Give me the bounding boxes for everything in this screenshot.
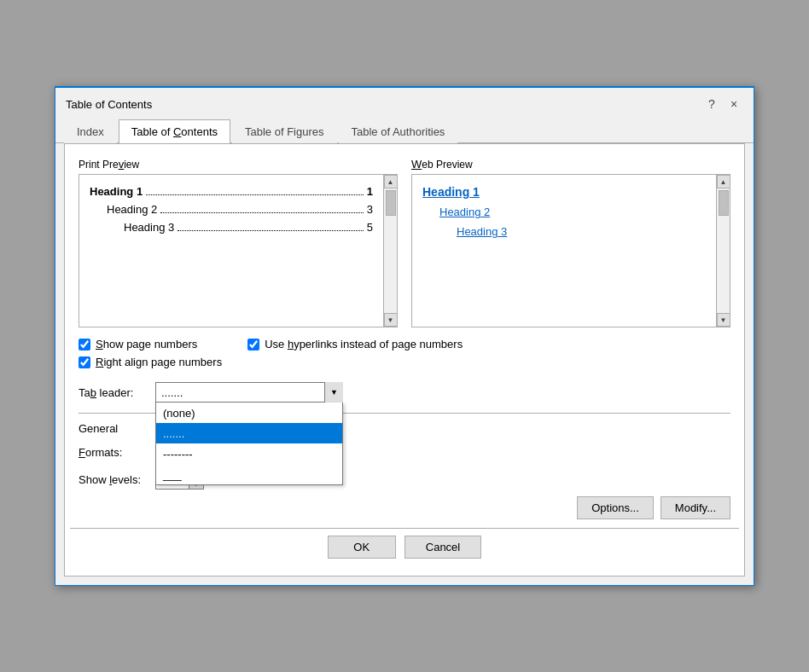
print-heading2: Heading 2 3 bbox=[90, 203, 373, 216]
options-button[interactable]: Options... bbox=[577, 496, 654, 519]
print-preview-scrollbar: ▲ ▼ bbox=[383, 175, 397, 327]
dropdown-item-dashes[interactable]: -------- bbox=[156, 443, 342, 464]
web-scroll-thumb[interactable] bbox=[719, 190, 729, 216]
tab-bar: Index Table of Contents Table of Figures… bbox=[55, 119, 754, 143]
show-levels-label: Show levels: bbox=[79, 473, 147, 486]
web-heading3[interactable]: Heading 3 bbox=[422, 225, 706, 238]
title-bar-buttons: ? × bbox=[702, 95, 743, 113]
right-align-checkbox[interactable] bbox=[79, 356, 90, 368]
use-hyperlinks-label: Use hyperlinks instead of page numbers bbox=[265, 338, 463, 350]
print-preview-label: Print Preview bbox=[79, 158, 398, 171]
print-heading3: Heading 3 5 bbox=[90, 221, 373, 234]
tab-leader-dropdown-wrapper: ....... ▼ (none) ....... -------- ___ bbox=[155, 382, 343, 403]
tab-leader-dropdown-arrow[interactable]: ▼ bbox=[324, 382, 343, 403]
scroll-thumb[interactable] bbox=[386, 190, 396, 216]
web-preview-content: Heading 1 Heading 2 Heading 3 bbox=[412, 175, 716, 327]
dialog-body: Print Preview Heading 1 1 Heading 2 3 bbox=[64, 143, 745, 576]
show-page-numbers-label: Show page numbers bbox=[96, 338, 197, 350]
web-preview-scrollbar: ▲ ▼ bbox=[716, 175, 730, 327]
dropdown-item-none[interactable]: (none) bbox=[156, 403, 342, 423]
web-scroll-up-arrow[interactable]: ▲ bbox=[717, 175, 730, 188]
scroll-up-arrow[interactable]: ▲ bbox=[384, 175, 398, 188]
dialog-title: Table of Contents bbox=[66, 98, 152, 111]
tab-leader-selected-value: ....... bbox=[161, 386, 183, 399]
web-scroll-down-arrow[interactable]: ▼ bbox=[717, 313, 730, 327]
tab-leader-dropdown-menu: (none) ....... -------- ___ bbox=[155, 403, 343, 485]
tab-toc-label: Table of Contents bbox=[131, 125, 218, 138]
web-preview-label: Web Preview bbox=[411, 158, 730, 171]
dropdown-item-dots[interactable]: ....... bbox=[156, 423, 342, 443]
print-preview-content: Heading 1 1 Heading 2 3 Heading 3 bbox=[79, 175, 383, 327]
print-preview-box: Heading 1 1 Heading 2 3 Heading 3 bbox=[79, 174, 398, 327]
title-bar: Table of Contents ? × bbox=[55, 88, 754, 119]
tab-toc[interactable]: Table of Contents bbox=[119, 119, 230, 143]
show-page-numbers-row: Show page numbers bbox=[79, 338, 222, 350]
left-checkboxes: Show page numbers Right align page numbe… bbox=[79, 338, 222, 374]
options-modify-row: Options... Modify... bbox=[79, 496, 730, 519]
tab-leader-dropdown[interactable]: ....... bbox=[155, 382, 343, 403]
show-page-numbers-checkbox[interactable] bbox=[79, 339, 90, 350]
scroll-down-arrow[interactable]: ▼ bbox=[384, 313, 398, 327]
previews-row: Print Preview Heading 1 1 Heading 2 3 bbox=[79, 158, 730, 327]
use-hyperlinks-checkbox[interactable] bbox=[247, 339, 259, 350]
print-preview-section: Print Preview Heading 1 1 Heading 2 3 bbox=[79, 158, 398, 327]
right-align-row: Right align page numbers bbox=[79, 356, 222, 368]
use-hyperlinks-row: Use hyperlinks instead of page numbers bbox=[247, 338, 463, 350]
tab-authorities[interactable]: Table of Authorities bbox=[339, 119, 458, 143]
modify-button[interactable]: Modify... bbox=[661, 496, 730, 519]
tab-leader-row: Tab leader: ....... ▼ (none) ....... ---… bbox=[79, 382, 730, 403]
web-heading1[interactable]: Heading 1 bbox=[422, 185, 706, 199]
help-button[interactable]: ? bbox=[702, 95, 721, 113]
print-heading1: Heading 1 1 bbox=[90, 185, 373, 198]
web-heading2[interactable]: Heading 2 bbox=[422, 206, 706, 218]
web-preview-box: Heading 1 Heading 2 Heading 3 ▲ ▼ bbox=[411, 174, 730, 327]
cancel-button[interactable]: Cancel bbox=[404, 536, 481, 559]
ok-button[interactable]: OK bbox=[328, 536, 396, 559]
ok-cancel-row: OK Cancel bbox=[70, 528, 739, 562]
options-area: Show page numbers Right align page numbe… bbox=[79, 338, 730, 374]
tab-index[interactable]: Index bbox=[64, 119, 117, 143]
tab-figures[interactable]: Table of Figures bbox=[232, 119, 337, 143]
right-align-label: Right align page numbers bbox=[96, 356, 222, 368]
formats-label: Formats: bbox=[79, 446, 147, 459]
web-preview-section: Web Preview Heading 1 Heading 2 Heading … bbox=[411, 158, 730, 327]
close-button[interactable]: × bbox=[725, 95, 743, 113]
tab-leader-label: Tab leader: bbox=[79, 386, 147, 399]
dropdown-item-line[interactable]: ___ bbox=[156, 464, 342, 484]
right-checkboxes: Use hyperlinks instead of page numbers bbox=[247, 338, 463, 374]
dialog-window: Table of Contents ? × Index Table of Con… bbox=[55, 86, 754, 586]
